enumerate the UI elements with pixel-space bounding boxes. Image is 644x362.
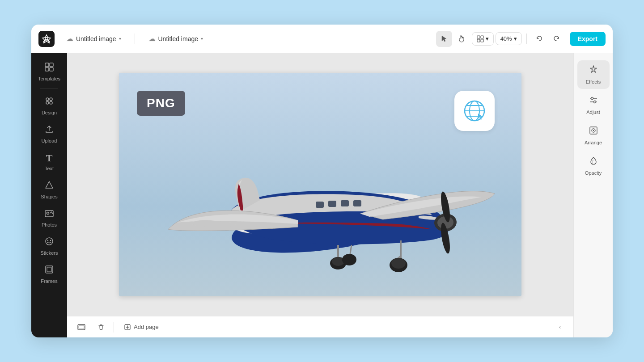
globe-icon-box: [454, 91, 495, 131]
sidebar-item-stickers[interactable]: Stickers: [34, 233, 64, 259]
shapes-icon: [44, 180, 54, 192]
add-page-label: Add page: [134, 324, 159, 330]
undo-redo-group: [531, 31, 564, 47]
add-page-btn[interactable]: Add page: [119, 321, 163, 333]
panel-arrange-label: Arrange: [585, 140, 602, 145]
thumbnail-btn[interactable]: [74, 320, 89, 334]
sidebar-label-text: Text: [45, 166, 54, 171]
header-right: ▾ 40% ▾: [436, 31, 606, 47]
svg-rect-3: [477, 39, 480, 42]
text-icon: T: [46, 152, 53, 164]
svg-rect-1: [477, 36, 480, 38]
canvas-frame: PNG: [119, 73, 521, 296]
bottom-bar: Add page ‹: [67, 316, 573, 337]
svg-rect-7: [45, 67, 49, 71]
svg-point-12: [50, 101, 52, 104]
hand-tool-btn[interactable]: [454, 31, 470, 47]
opacity-icon: [589, 156, 598, 168]
redo-btn[interactable]: [548, 31, 564, 47]
svg-rect-27: [316, 202, 324, 208]
png-badge: PNG: [137, 91, 185, 116]
tab2-title-btn[interactable]: ☁ Untitled image ▾: [144, 32, 208, 46]
svg-point-53: [593, 130, 593, 131]
svg-point-43: [342, 254, 356, 265]
photos-icon: [44, 208, 54, 220]
sidebar-label-upload: Upload: [42, 138, 57, 143]
collapse-arrow-btn[interactable]: ‹: [554, 321, 566, 333]
airplane-svg: [141, 104, 499, 296]
svg-point-16: [47, 240, 48, 241]
canvas-area: PNG: [67, 53, 573, 337]
zoom-label: 40%: [500, 35, 512, 42]
adjust-icon: [589, 95, 598, 107]
title-divider: [135, 34, 135, 44]
sidebar-label-shapes: Shapes: [41, 194, 57, 199]
sidebar-label-design: Design: [42, 110, 57, 115]
sidebar-label-stickers: Stickers: [40, 250, 58, 256]
chevron-down-icon-2: ▾: [201, 36, 203, 41]
sidebar-item-design[interactable]: Design: [34, 93, 64, 119]
delete-btn[interactable]: [94, 320, 108, 334]
svg-point-10: [50, 98, 52, 101]
sidebar: Templates Design: [31, 53, 67, 337]
svg-point-9: [46, 98, 49, 101]
sidebar-item-templates[interactable]: Templates: [34, 59, 64, 85]
svg-rect-8: [50, 67, 53, 71]
svg-point-11: [46, 101, 49, 104]
panel-adjust-label: Adjust: [586, 109, 600, 115]
select-tool-btn[interactable]: [436, 31, 452, 47]
effects-icon: [589, 65, 598, 77]
design-icon: [44, 96, 54, 108]
svg-point-15: [46, 238, 53, 245]
stickers-icon: [44, 236, 54, 248]
sidebar-item-photos[interactable]: Photos: [34, 205, 64, 231]
tab2-title: Untitled image: [158, 35, 199, 42]
svg-rect-5: [45, 63, 49, 67]
tab1-title: Untitled image: [76, 35, 116, 42]
svg-rect-4: [481, 39, 483, 42]
sidebar-item-upload[interactable]: Upload: [34, 121, 64, 147]
sidebar-item-shapes[interactable]: Shapes: [34, 177, 64, 203]
bottom-separator: [114, 322, 114, 333]
zoom-btn[interactable]: 40% ▾: [496, 32, 522, 45]
cloud-icon-1: ☁: [66, 34, 73, 43]
sidebar-label-frames: Frames: [41, 278, 57, 284]
chevron-down-icon-1: ▾: [119, 36, 121, 41]
svg-point-38: [391, 258, 406, 269]
svg-rect-29: [341, 200, 349, 206]
svg-point-50: [593, 101, 596, 103]
panel-adjust-btn[interactable]: Adjust: [577, 91, 610, 119]
cloud-icon-2: ☁: [148, 34, 156, 43]
tab1-title-btn[interactable]: ☁ Untitled image ▾: [62, 32, 126, 46]
zoom-chevron-icon: ▾: [514, 35, 517, 42]
svg-rect-6: [50, 63, 53, 67]
frames-icon: [44, 265, 54, 277]
layout-btn[interactable]: ▾: [472, 32, 494, 46]
svg-point-49: [591, 97, 593, 100]
layout-chevron: ▾: [486, 35, 489, 42]
globe-svg: [461, 97, 488, 124]
panel-arrange-btn[interactable]: Arrange: [577, 121, 610, 150]
header-left: ☁ Untitled image ▾ ☁ Untitled image ▾: [38, 31, 208, 47]
export-button[interactable]: Export: [570, 32, 606, 46]
svg-point-14: [47, 212, 49, 215]
panel-effects-btn[interactable]: Effects: [577, 60, 610, 89]
sidebar-divider: [40, 88, 58, 89]
templates-icon: [44, 62, 54, 74]
canvas-workspace[interactable]: PNG: [67, 53, 573, 316]
upload-icon: [44, 124, 54, 136]
svg-point-17: [50, 240, 51, 241]
right-panel: Effects Adjust: [573, 53, 613, 337]
sidebar-label-photos: Photos: [42, 222, 57, 227]
header-separator: [526, 34, 527, 44]
svg-rect-19: [47, 267, 51, 272]
sidebar-item-frames[interactable]: Frames: [34, 261, 64, 287]
svg-point-0: [45, 38, 48, 40]
svg-rect-30: [353, 200, 361, 206]
svg-rect-28: [328, 201, 336, 207]
sidebar-item-text[interactable]: T Text: [34, 149, 64, 175]
undo-btn[interactable]: [531, 31, 547, 47]
panel-opacity-btn[interactable]: Opacity: [577, 152, 610, 180]
panel-opacity-label: Opacity: [585, 170, 602, 176]
arrange-icon: [589, 126, 598, 138]
